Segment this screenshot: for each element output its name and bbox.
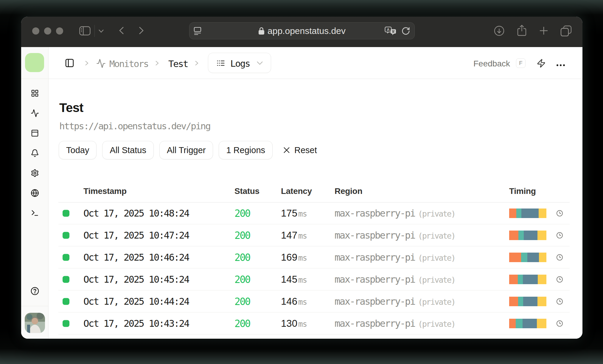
terminal-cli-icon[interactable] — [31, 209, 39, 217]
latency-value: 145 — [281, 274, 297, 285]
clock-icon[interactable] — [556, 276, 563, 283]
breadcrumb-chevron-icon — [84, 60, 89, 66]
clock-icon[interactable] — [556, 210, 563, 217]
log-row[interactable]: Oct 17, 2025 10:46:24 200 169ms max-rasp… — [58, 246, 570, 268]
settings-gear-icon[interactable] — [31, 169, 39, 177]
clock-icon[interactable] — [556, 320, 563, 327]
chevron-down-icon — [257, 61, 263, 65]
timing-bar — [509, 253, 546, 262]
log-row[interactable]: Oct 17, 2025 10:45:24 200 145ms max-rasp… — [58, 268, 570, 290]
help-icon[interactable] — [30, 287, 39, 295]
column-header-region: Region — [335, 186, 362, 196]
monitors-activity-icon[interactable] — [31, 109, 39, 117]
main-area: Monitors Test Logs — [49, 47, 582, 339]
reset-filters-button[interactable]: Reset — [283, 145, 317, 155]
log-row[interactable]: Oct 17, 2025 10:48:24 200 175ms max-rasp… — [58, 202, 570, 224]
address-bar[interactable]: app.openstatus.dev A — [189, 22, 415, 39]
log-latency: 175ms — [281, 208, 307, 219]
log-row[interactable]: Oct 17, 2025 10:47:24 200 147ms max-rasp… — [58, 224, 570, 246]
column-header-timing: Timing — [509, 186, 536, 196]
close-x-icon — [283, 147, 290, 154]
command-zap-icon[interactable] — [537, 59, 546, 68]
clock-icon[interactable] — [556, 254, 563, 261]
latency-unit: ms — [298, 209, 307, 218]
share-icon[interactable] — [517, 25, 527, 37]
new-tab-icon[interactable] — [539, 26, 548, 35]
log-row[interactable]: Oct 17, 2025 10:44:24 200 146ms max-rasp… — [58, 290, 570, 312]
filter-trigger-button[interactable]: All Trigger — [159, 141, 213, 159]
breadcrumb-monitors[interactable]: Monitors — [109, 58, 148, 69]
forward-button-icon[interactable] — [138, 26, 145, 35]
zoom-window-button[interactable] — [56, 27, 63, 35]
log-timestamp: Oct 17, 2025 10:48:24 — [83, 208, 189, 219]
region-visibility: (private) — [418, 297, 455, 307]
panel-toggle-icon[interactable] — [65, 58, 74, 68]
log-region: max-raspberry-pi(private) — [335, 274, 455, 285]
log-region: max-raspberry-pi(private) — [335, 296, 455, 307]
toolbar-divider — [94, 25, 95, 37]
log-latency: 145ms — [281, 274, 307, 285]
log-latency: 147ms — [281, 230, 307, 241]
timing-bar — [509, 275, 546, 284]
feedback-button[interactable]: Feedback — [473, 59, 510, 69]
breadcrumb-monitor-name[interactable]: Test — [168, 58, 188, 69]
timing-bar — [509, 231, 546, 240]
minimize-window-button[interactable] — [44, 27, 51, 35]
translate-icon[interactable]: A — [385, 27, 397, 35]
tab-overview-icon[interactable] — [560, 25, 572, 36]
column-header-timestamp: Timestamp — [83, 186, 127, 196]
region-name: max-raspberry-pi — [335, 230, 415, 241]
region-name: max-raspberry-pi — [335, 318, 415, 329]
user-avatar[interactable] — [25, 313, 45, 333]
dashboard-grid-icon[interactable] — [31, 89, 39, 97]
reload-icon[interactable] — [401, 27, 410, 35]
region-visibility: (private) — [418, 209, 455, 218]
browser-chrome: app.openstatus.dev A — [21, 17, 582, 47]
rail-header-divider — [21, 79, 48, 79]
sidebar-menu-chevron-icon[interactable] — [98, 29, 104, 33]
avatar-photo — [25, 313, 45, 333]
breadcrumb-chevron-icon — [155, 60, 159, 66]
log-row[interactable]: Oct 17, 2025 10:43:24 200 130ms max-rasp… — [58, 312, 570, 335]
workspace-logo[interactable] — [25, 53, 44, 72]
status-indicator — [63, 254, 69, 261]
logs-list-icon — [216, 59, 225, 68]
logs-view-dropdown[interactable]: Logs — [208, 53, 271, 73]
downloads-icon[interactable] — [494, 26, 504, 36]
app-header: Monitors Test Logs — [49, 47, 582, 79]
rail-divider — [21, 306, 48, 306]
clock-icon[interactable] — [556, 298, 563, 305]
region-name: max-raspberry-pi — [335, 208, 415, 219]
region-visibility: (private) — [418, 319, 455, 329]
close-window-button[interactable] — [32, 27, 39, 35]
log-status-code: 200 — [234, 273, 250, 285]
log-status-code: 200 — [234, 318, 250, 329]
region-name: max-raspberry-pi — [335, 274, 415, 285]
log-status-code: 200 — [234, 295, 250, 307]
latency-unit: ms — [298, 298, 307, 307]
filter-regions-button[interactable]: 1 Regions — [219, 141, 273, 159]
lock-icon — [258, 27, 265, 35]
more-options-button[interactable] — [555, 62, 565, 67]
region-name: max-raspberry-pi — [335, 252, 415, 263]
svg-text:A: A — [387, 27, 390, 32]
globe-icon[interactable] — [31, 189, 39, 197]
filter-date-button[interactable]: Today — [59, 141, 97, 159]
log-status-code: 200 — [234, 229, 250, 241]
log-region: max-raspberry-pi(private) — [335, 230, 455, 241]
log-region: max-raspberry-pi(private) — [335, 318, 455, 329]
log-timestamp: Oct 17, 2025 10:43:24 — [83, 318, 189, 329]
back-button-icon[interactable] — [118, 26, 125, 35]
log-region: max-raspberry-pi(private) — [335, 208, 455, 219]
sidebar-toggle-icon[interactable] — [79, 26, 91, 35]
log-region: max-raspberry-pi(private) — [335, 252, 455, 263]
notifications-bell-icon[interactable] — [31, 149, 39, 157]
monitors-activity-icon[interactable] — [96, 59, 106, 68]
clock-icon[interactable] — [556, 232, 563, 239]
status-page-icon[interactable] — [31, 129, 39, 137]
column-header-latency: Latency — [281, 186, 312, 196]
region-visibility: (private) — [418, 253, 455, 262]
openstatus-app: Monitors Test Logs — [21, 47, 582, 339]
filter-status-button[interactable]: All Status — [102, 141, 154, 159]
status-indicator — [63, 276, 69, 283]
